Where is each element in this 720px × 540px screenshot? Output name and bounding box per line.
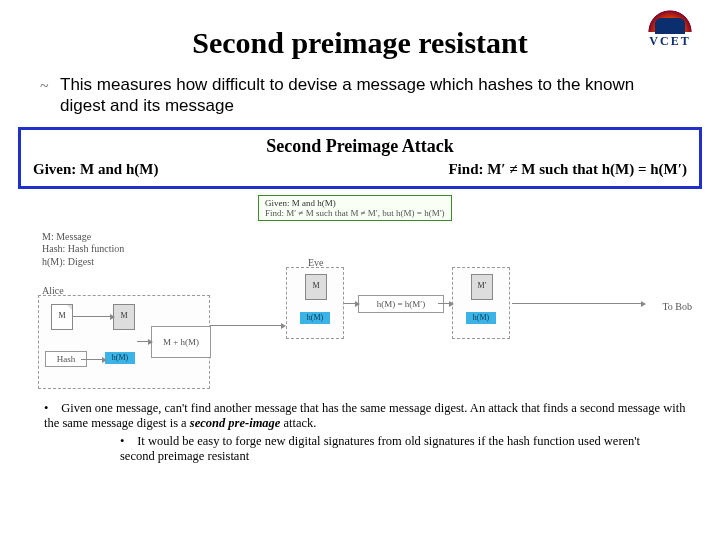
hm-eve: h(M) (300, 312, 330, 324)
hm-digest: h(M) (105, 352, 135, 364)
attack-heading: Second Preimage Attack (33, 136, 687, 157)
doc-mp-eve: M′ (471, 274, 493, 300)
to-bob-label: To Bob (662, 301, 692, 312)
hm-eve-right: h(M) (466, 312, 496, 324)
arrow-eq-right (438, 303, 450, 304)
def-hash: Hash: Hash function (42, 243, 124, 256)
logo-sun-icon (646, 6, 694, 32)
def-hm: h(M): Digest (42, 256, 124, 269)
attack-header-box: Second Preimage Attack Given: M and h(M)… (18, 127, 702, 189)
attack-diagram: Given: M and h(M) Find: M′ ≠ M such that… (38, 195, 692, 395)
arrow-eq-left (344, 303, 356, 304)
green-line2: Find: M′ ≠ M such that M ≠ M′, but h(M) … (265, 208, 445, 218)
bottom-sub-text: It would be easy to forge new digital si… (120, 434, 640, 464)
eve-box-left: M h(M) (286, 267, 344, 339)
arrow-alice-1 (73, 316, 111, 317)
green-line1: Given: M and h(M) (265, 198, 445, 208)
doc-m-alice: M (51, 304, 73, 330)
logo-text: VCET (636, 34, 704, 49)
intro-text: This measures how difficult to devise a … (60, 75, 634, 115)
bottom-sub-bullet: • It would be easy to forge new digital … (120, 434, 660, 465)
intro-bullet-icon: ~ (40, 76, 49, 96)
def-m: M: Message (42, 231, 124, 244)
green-note-box: Given: M and h(M) Find: M′ ≠ M such that… (258, 195, 452, 222)
arrow-alice-3 (137, 341, 149, 342)
attack-find: Find: M′ ≠ M such that h(M) = h(M′) (448, 161, 687, 178)
doc-m-eve: M (305, 274, 327, 300)
bottom-line1-pre: Given one message, can't find another me… (44, 401, 685, 431)
doc-m-gray: M (113, 304, 135, 330)
arrow-alice-to-eve (210, 325, 282, 326)
eve-box-right: M′ h(M) (452, 267, 510, 339)
bullet-dot-icon: • (44, 401, 58, 417)
sub-bullet-dot-icon: • (120, 434, 134, 450)
arrow-to-bob (512, 303, 642, 304)
arrow-alice-2 (81, 359, 103, 360)
mhm-box: M + h(M) (151, 326, 211, 358)
bottom-line1-post: attack. (280, 416, 316, 430)
eq-box: h(M) = h(M′) (358, 295, 444, 313)
bottom-line1-em: second pre-image (190, 416, 281, 430)
slide-title: Second preimage resistant (0, 0, 720, 60)
alice-box: M M Hash h(M) M + h(M) (38, 295, 210, 389)
logo-people-icon (655, 18, 685, 34)
definitions: M: Message Hash: Hash function h(M): Dig… (42, 231, 124, 269)
intro-paragraph: ~ This measures how difficult to devise … (40, 74, 676, 117)
bottom-bullet: • Given one message, can't find another … (44, 401, 692, 432)
vcet-logo: VCET (636, 6, 704, 66)
attack-given: Given: M and h(M) (33, 161, 158, 178)
